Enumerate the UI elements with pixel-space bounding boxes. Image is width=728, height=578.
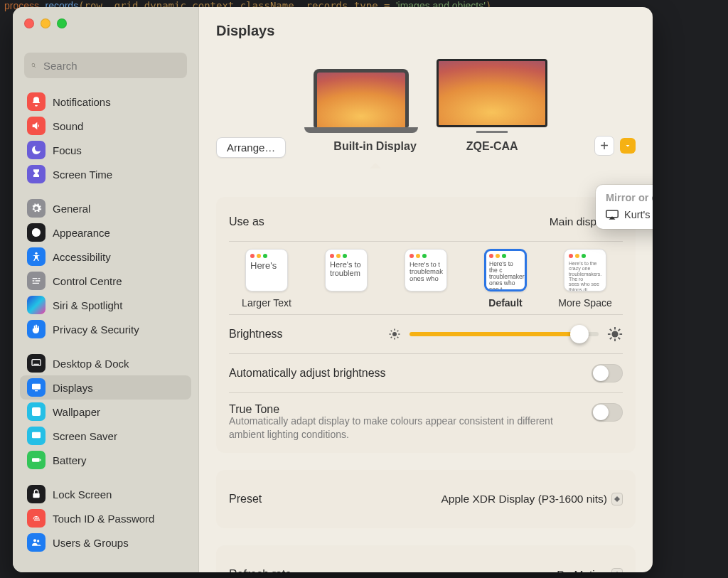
sidebar-item-label: Appearance xyxy=(53,227,110,239)
siri-icon xyxy=(27,296,46,314)
hourglass-icon xyxy=(27,165,46,183)
stepper-icon xyxy=(611,568,623,572)
svg-point-15 xyxy=(392,332,397,336)
resolution-option-3[interactable]: Here's to ttroublemakones who xyxy=(394,249,458,309)
search-input[interactable] xyxy=(42,59,180,73)
svg-rect-12 xyxy=(33,493,39,498)
sidebar-item-desktop-dock[interactable]: Desktop & Dock xyxy=(20,351,191,375)
svg-line-20 xyxy=(391,331,392,332)
sidebar-item-notifications[interactable]: Notifications xyxy=(20,90,191,114)
use-as-label: Use as xyxy=(229,215,264,228)
sidebar-item-label: Sound xyxy=(53,120,83,132)
sidebar-item-label: Desktop & Dock xyxy=(53,358,129,370)
svg-point-14 xyxy=(37,540,39,542)
refresh-value[interactable]: ProMotion xyxy=(557,568,623,572)
brightness-label: Brightness xyxy=(229,328,283,341)
preset-value[interactable]: Apple XDR Display (P3-1600 nits) xyxy=(441,493,623,505)
external-display-thumb[interactable] xyxy=(437,59,547,133)
svg-point-24 xyxy=(611,331,618,337)
sidebar-item-label: Screen Saver xyxy=(53,430,117,442)
svg-point-13 xyxy=(33,539,36,542)
access-icon xyxy=(27,247,46,266)
zoom-button[interactable] xyxy=(57,18,67,28)
close-button[interactable] xyxy=(24,18,34,28)
auto-brightness-label: Automatically adjust brightness xyxy=(229,367,386,380)
sliders-icon xyxy=(27,272,46,290)
sidebar-item-general[interactable]: General xyxy=(20,196,191,220)
sidebar-item-battery[interactable]: Battery xyxy=(20,448,191,472)
page-title: Displays xyxy=(216,23,636,39)
sidebar-item-label: Touch ID & Password xyxy=(53,513,154,525)
sidebar-item-label: Displays xyxy=(53,382,93,394)
sidebar-item-lock-screen[interactable]: Lock Screen xyxy=(20,482,191,506)
brightness-slider[interactable] xyxy=(388,326,623,342)
sidebar-item-control-centre[interactable]: Control Centre xyxy=(20,269,191,293)
svg-line-29 xyxy=(610,329,612,331)
resolution-option-2[interactable]: Here's to troublem xyxy=(314,249,378,309)
svg-rect-4 xyxy=(33,364,39,365)
device-name-external[interactable]: ZQE-CAA xyxy=(466,140,518,153)
svg-rect-3 xyxy=(32,360,41,366)
wallpaper-icon xyxy=(27,402,46,421)
sidebar-item-touch-id-password[interactable]: Touch ID & Password xyxy=(20,506,191,530)
sidebar-item-label: Control Centre xyxy=(53,275,122,287)
sidebar-item-siri-spotlight[interactable]: Siri & Spotlight xyxy=(20,293,191,317)
users-icon xyxy=(27,533,46,552)
sidebar-item-users-groups[interactable]: Users & Groups xyxy=(20,530,191,555)
auto-brightness-toggle[interactable] xyxy=(592,364,623,382)
sidebar-item-screen-time[interactable]: Screen Time xyxy=(20,162,191,186)
gear-icon xyxy=(27,199,46,218)
sound-icon xyxy=(27,117,46,135)
true-tone-description: Automatically adapt display to make colo… xyxy=(229,414,592,441)
resolution-option-5[interactable]: Here's to the crazy onetroublemakers. Th… xyxy=(553,249,617,309)
sidebar-item-label: Notifications xyxy=(53,96,111,108)
saver-icon xyxy=(27,427,46,445)
appearance-icon xyxy=(27,223,46,242)
lock-icon xyxy=(27,485,46,503)
popover-header: Mirror or extend to xyxy=(606,192,653,203)
stepper-icon xyxy=(611,493,623,505)
resolution-option-1[interactable]: Here'sLarger Text xyxy=(235,249,299,309)
sidebar-item-label: Accessibility xyxy=(53,251,111,263)
search-icon xyxy=(31,60,36,71)
sidebar-item-wallpaper[interactable]: Wallpaper xyxy=(20,400,191,424)
device-name-builtin[interactable]: Built-in Display xyxy=(333,140,416,153)
svg-line-21 xyxy=(397,337,399,338)
resolution-option-4[interactable]: Here's to the ctroublemakers,ones who se… xyxy=(473,249,537,309)
airplay-icon xyxy=(606,210,619,220)
sidebar-item-label: Users & Groups xyxy=(53,537,129,549)
sidebar-item-screen-saver[interactable]: Screen Saver xyxy=(20,424,191,448)
svg-rect-10 xyxy=(32,458,40,461)
builtin-display-thumb[interactable] xyxy=(304,69,418,133)
settings-window: NotificationsSoundFocusScreen TimeGenera… xyxy=(13,7,653,572)
sidebar-item-privacy-security[interactable]: Privacy & Security xyxy=(20,317,191,341)
add-display-button[interactable]: + xyxy=(594,136,614,156)
refresh-label: Refresh rate xyxy=(229,568,291,572)
display-menu-button[interactable] xyxy=(620,138,636,154)
svg-point-2 xyxy=(32,301,41,309)
bell-icon xyxy=(27,92,46,111)
sidebar: NotificationsSoundFocusScreen TimeGenera… xyxy=(13,7,199,572)
sidebar-item-label: Wallpaper xyxy=(53,406,100,418)
sidebar-item-sound[interactable]: Sound xyxy=(20,114,191,138)
preset-label: Preset xyxy=(229,493,262,505)
display-icon xyxy=(27,378,46,397)
moon-icon xyxy=(27,141,46,159)
search-field[interactable] xyxy=(24,53,187,78)
resolution-caption: More Space xyxy=(558,297,611,309)
sidebar-item-accessibility[interactable]: Accessibility xyxy=(20,245,191,269)
true-tone-toggle[interactable] xyxy=(592,403,623,422)
svg-point-1 xyxy=(35,252,37,255)
sidebar-item-focus[interactable]: Focus xyxy=(20,138,191,162)
popover-device-item[interactable]: Kurt's ipad pro xyxy=(606,208,653,222)
sidebar-item-label: Screen Time xyxy=(53,168,112,181)
display-thumbnails xyxy=(216,59,636,133)
sidebar-item-displays[interactable]: Displays xyxy=(20,375,191,400)
finger-icon xyxy=(27,509,46,528)
preset-card: Preset Apple XDR Display (P3-1600 nits) xyxy=(216,470,636,528)
display-settings-card: Use as Main display Here'sLarger TextHer… xyxy=(216,197,636,453)
sidebar-item-appearance[interactable]: Appearance xyxy=(20,220,191,245)
svg-rect-6 xyxy=(35,390,38,391)
minimize-button[interactable] xyxy=(41,18,50,28)
refresh-card: Refresh rate ProMotion xyxy=(216,545,636,572)
